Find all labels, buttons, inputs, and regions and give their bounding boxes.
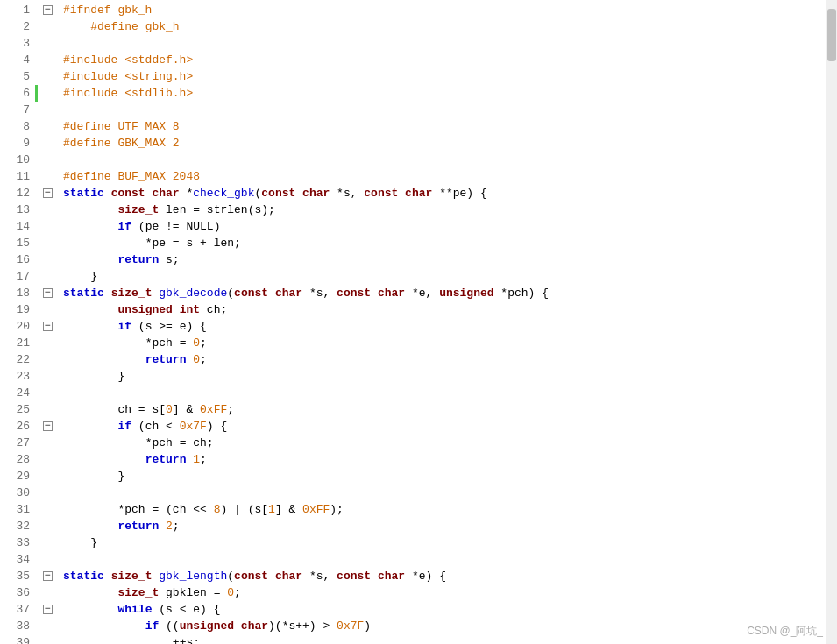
scrollbar-thumb[interactable]	[827, 9, 836, 61]
fold-marker	[35, 501, 60, 518]
fold-marker[interactable]: −	[35, 601, 60, 618]
fold-marker	[35, 485, 60, 501]
fold-gutter[interactable]: −−−−−−−	[35, 0, 60, 644]
code-line	[63, 152, 826, 168]
line-number: 19	[4, 301, 30, 318]
code-line: #include <stdlib.h>	[63, 85, 826, 102]
line-number: 35	[4, 568, 30, 584]
code-line: while (s < e) {	[63, 601, 826, 618]
line-number: 9	[4, 135, 30, 152]
line-number: 7	[4, 102, 30, 118]
code-line: if (pe != NULL)	[63, 218, 826, 235]
code-line: ch = s[0] & 0xFF;	[63, 401, 826, 418]
code-line: size_t len = strlen(s);	[63, 202, 826, 218]
fold-marker	[35, 218, 60, 235]
line-number: 24	[4, 385, 30, 401]
fold-marker	[35, 118, 60, 135]
code-line	[63, 551, 826, 568]
fold-marker	[35, 534, 60, 551]
fold-marker[interactable]: −	[35, 2, 60, 18]
fold-marker	[35, 584, 60, 601]
code-line: if (ch < 0x7F) {	[63, 418, 826, 435]
code-line: unsigned int ch;	[63, 301, 826, 318]
line-number: 36	[4, 584, 30, 601]
fold-marker	[35, 518, 60, 534]
code-line: static size_t gbk_length(const char *s, …	[63, 568, 826, 584]
line-number: 21	[4, 335, 30, 351]
line-number: 13	[4, 202, 30, 218]
fold-marker	[35, 468, 60, 485]
line-number: 26	[4, 418, 30, 435]
code-line: static size_t gbk_decode(const char *s, …	[63, 285, 826, 301]
fold-marker	[35, 618, 60, 634]
line-number: 33	[4, 534, 30, 551]
line-number: 18	[4, 285, 30, 301]
fold-marker	[35, 385, 60, 401]
line-number: 23	[4, 368, 30, 385]
vertical-scrollbar[interactable]	[826, 0, 837, 644]
fold-marker	[35, 251, 60, 268]
fold-marker	[35, 551, 60, 568]
fold-marker	[35, 451, 60, 468]
code-line: *pch = 0;	[63, 335, 826, 351]
line-number: 39	[4, 634, 30, 644]
code-line	[63, 485, 826, 501]
fold-marker[interactable]: −	[35, 318, 60, 335]
line-number: 20	[4, 318, 30, 335]
line-number: 31	[4, 501, 30, 518]
line-number: 14	[4, 218, 30, 235]
fold-marker	[35, 152, 60, 168]
watermark: CSDN @_阿坑_	[747, 624, 823, 639]
code-line: #define UTF_MAX 8	[63, 118, 826, 135]
line-number: 16	[4, 251, 30, 268]
line-number: 2	[4, 18, 30, 35]
editor-container: 1234567891011121314151617181920212223242…	[0, 0, 837, 644]
line-number: 1	[4, 2, 30, 18]
code-line: *pe = s + len;	[63, 235, 826, 251]
fold-marker[interactable]: −	[35, 285, 60, 301]
code-line: #include <string.h>	[63, 68, 826, 85]
fold-marker	[35, 235, 60, 251]
line-number: 22	[4, 351, 30, 368]
code-line	[63, 385, 826, 401]
code-line: }	[63, 268, 826, 285]
fold-marker[interactable]: −	[35, 418, 60, 435]
line-number: 4	[4, 52, 30, 68]
fold-marker[interactable]: −	[35, 568, 60, 584]
code-line: return 2;	[63, 518, 826, 534]
fold-marker[interactable]: −	[35, 185, 60, 202]
line-number: 17	[4, 268, 30, 285]
code-line: *pch = ch;	[63, 435, 826, 451]
line-number: 6	[4, 85, 30, 102]
fold-marker	[35, 85, 60, 102]
fold-marker	[35, 135, 60, 152]
fold-marker	[35, 102, 60, 118]
fold-marker	[35, 68, 60, 85]
line-number: 8	[4, 118, 30, 135]
fold-marker	[35, 35, 60, 52]
line-number: 3	[4, 35, 30, 52]
line-number: 11	[4, 168, 30, 185]
line-number: 37	[4, 601, 30, 618]
fold-marker	[35, 634, 60, 644]
line-number: 25	[4, 401, 30, 418]
code-line: *pch = (ch << 8) | (s[1] & 0xFF);	[63, 501, 826, 518]
code-line	[63, 102, 826, 118]
code-line: return 1;	[63, 451, 826, 468]
code-line: static const char *check_gbk(const char …	[63, 185, 826, 202]
code-line: }	[63, 468, 826, 485]
fold-marker	[35, 268, 60, 285]
line-number: 29	[4, 468, 30, 485]
code-line: if (s >= e) {	[63, 318, 826, 335]
fold-marker	[35, 435, 60, 451]
line-numbers: 1234567891011121314151617181920212223242…	[0, 0, 35, 644]
code-line: #define GBK_MAX 2	[63, 135, 826, 152]
line-number: 28	[4, 451, 30, 468]
code-line: #include <stddef.h>	[63, 52, 826, 68]
code-line: #ifndef gbk_h	[63, 2, 826, 18]
code-line: #define gbk_h	[63, 18, 826, 35]
code-line: }	[63, 534, 826, 551]
fold-marker	[35, 335, 60, 351]
code-line: if ((unsigned char)(*s++) > 0x7F)	[63, 618, 826, 634]
line-number: 15	[4, 235, 30, 251]
